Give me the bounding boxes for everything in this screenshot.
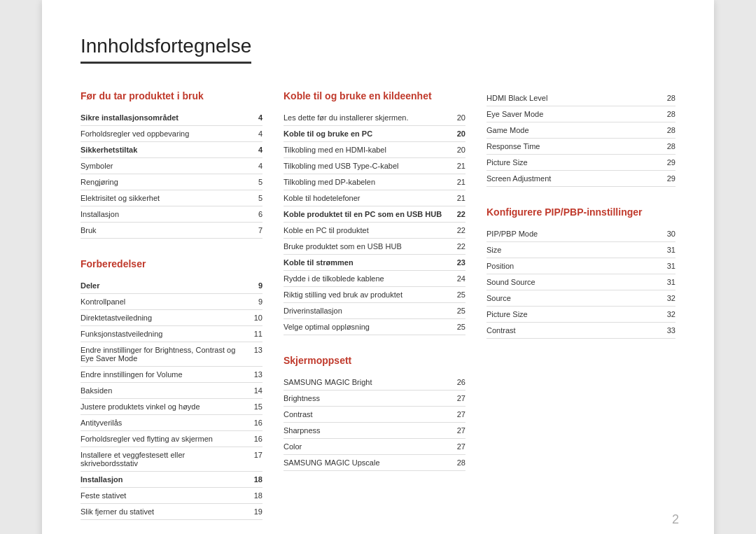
- toc-number: 17: [251, 451, 262, 459]
- toc-label: Direktetastveiledning: [80, 314, 251, 322]
- section-0: Koble til og bruke en kildeenhetLes dett…: [284, 90, 465, 335]
- toc-label: Sikre installasjonsområdet: [80, 113, 251, 122]
- toc-label: Baksiden: [80, 386, 251, 395]
- toc-item: Bruk7: [80, 223, 262, 239]
- toc-label: PIP/PBP Mode: [486, 230, 664, 238]
- page-number: 2: [672, 512, 679, 527]
- toc-item: Koble til hodetelefoner21: [284, 190, 465, 206]
- toc-label: Antityverilås: [80, 419, 251, 427]
- toc-item: Picture Size29: [486, 155, 676, 171]
- toc-item: Contrast27: [284, 407, 465, 423]
- toc-label: Sharpness: [284, 426, 454, 435]
- toc-number: 25: [454, 323, 465, 331]
- toc-item: Koble en PC til produktet22: [284, 223, 465, 239]
- toc-item: Sikre installasjonsområdet4: [80, 110, 262, 126]
- section-1: SkjermoppsettSAMSUNG MAGIC Bright26Brigh…: [284, 355, 465, 471]
- toc-number: 22: [454, 242, 465, 251]
- toc-label: Tilkobling med en HDMI-kabel: [284, 146, 454, 154]
- toc-number: 28: [664, 126, 676, 134]
- toc-label: Installasjon: [80, 210, 251, 218]
- toc-label: Game Mode: [486, 126, 664, 134]
- toc-item: Deler9: [80, 278, 262, 294]
- toc-number: 33: [664, 326, 676, 335]
- toc-item: Brightness27: [284, 391, 465, 407]
- toc-label: Justere produktets vinkel og høyde: [80, 402, 251, 411]
- toc-item: Endre innstillinger for Brightness, Cont…: [80, 342, 262, 367]
- toc-number: 4: [251, 129, 262, 138]
- toc-number: 24: [454, 274, 465, 283]
- toc-number: 9: [251, 297, 262, 306]
- toc-item: Game Mode28: [486, 122, 676, 139]
- toc-number: 5: [251, 194, 262, 202]
- toc-number: 21: [454, 162, 465, 170]
- toc-number: 4: [251, 113, 262, 122]
- toc-number: 9: [251, 281, 262, 290]
- toc-item: Bruke produktet som en USB HUB22: [284, 239, 465, 255]
- toc-label: Sound Source: [486, 278, 664, 286]
- toc-label: Color: [284, 442, 454, 451]
- toc-item: Installere et veggfestesett eller skrive…: [80, 447, 262, 472]
- toc-number: 29: [664, 174, 676, 183]
- toc-number: 13: [251, 370, 262, 379]
- section-0: Før du tar produktet i brukSikre install…: [80, 90, 262, 239]
- toc-columns: Før du tar produktet i brukSikre install…: [80, 90, 676, 520]
- toc-number: 5: [251, 178, 262, 186]
- toc-item: Contrast33: [486, 323, 676, 339]
- toc-number: 27: [454, 394, 465, 402]
- toc-item: Installasjon18: [80, 472, 262, 488]
- toc-item: Screen Adjustment29: [486, 171, 676, 187]
- toc-item: HDMI Black Level28: [486, 90, 676, 106]
- toc-label: Endre innstillinger for Brightness, Cont…: [80, 346, 251, 363]
- toc-number: 25: [454, 307, 465, 315]
- toc-label: Slik fjerner du stativet: [80, 507, 251, 516]
- toc-number: 16: [251, 419, 262, 427]
- toc-item: Picture Size32: [486, 307, 676, 323]
- toc-label: Contrast: [486, 326, 664, 335]
- toc-item: SAMSUNG MAGIC Bright26: [284, 374, 465, 391]
- section-0: HDMI Black Level28Eye Saver Mode28Game M…: [486, 90, 676, 187]
- toc-item: Color27: [284, 439, 465, 455]
- toc-item: PIP/PBP Mode30: [486, 226, 676, 242]
- toc-label: Screen Adjustment: [486, 174, 664, 183]
- toc-item: Symboler4: [80, 158, 262, 174]
- toc-number: 32: [664, 294, 676, 302]
- toc-label: HDMI Black Level: [486, 94, 664, 102]
- page-title: Innholdsfortegnelse: [80, 35, 251, 64]
- toc-item: Baksiden14: [80, 383, 262, 399]
- toc-label: Endre innstillingen for Volume: [80, 370, 251, 379]
- toc-item: Koble produktet til en PC som en USB HUB…: [284, 206, 465, 223]
- toc-number: 18: [251, 491, 262, 500]
- toc-item: Eye Saver Mode28: [486, 106, 676, 122]
- toc-label: Brightness: [284, 394, 454, 402]
- toc-item: Forholdsregler ved oppbevaring4: [80, 126, 262, 142]
- toc-number: 31: [664, 278, 676, 286]
- toc-label: Koble en PC til produktet: [284, 226, 454, 234]
- toc-number: 29: [664, 158, 676, 167]
- toc-number: 32: [664, 310, 676, 318]
- section-title: Før du tar produktet i bruk: [80, 90, 262, 101]
- section-title: Konfigurere PIP/PBP-innstillinger: [486, 206, 676, 218]
- toc-number: 11: [251, 330, 262, 338]
- toc-item: Slik fjerner du stativet19: [80, 504, 262, 520]
- toc-number: 7: [251, 226, 262, 234]
- toc-number: 6: [251, 210, 262, 218]
- toc-label: Tilkobling med DP-kabelen: [284, 178, 454, 186]
- toc-label: Response Time: [486, 142, 664, 150]
- toc-item: Size31: [486, 242, 676, 258]
- toc-number: 27: [454, 442, 465, 451]
- toc-number: 18: [251, 475, 262, 484]
- toc-number: 19: [251, 507, 262, 516]
- toc-number: 13: [251, 346, 262, 354]
- toc-number: 25: [454, 290, 465, 299]
- toc-item: Sikkerhetstiltak4: [80, 142, 262, 158]
- section-title: Koble til og bruke en kildeenhet: [284, 90, 465, 101]
- toc-number: 26: [454, 378, 465, 386]
- toc-label: Koble til og bruke en PC: [284, 129, 454, 138]
- toc-label: Contrast: [284, 410, 454, 419]
- toc-item: Feste stativet18: [80, 488, 262, 504]
- toc-label: Sikkerhetstiltak: [80, 146, 251, 154]
- toc-number: 30: [664, 230, 676, 238]
- toc-number: 21: [454, 178, 465, 186]
- toc-number: 20: [454, 146, 465, 154]
- toc-number: 4: [251, 146, 262, 154]
